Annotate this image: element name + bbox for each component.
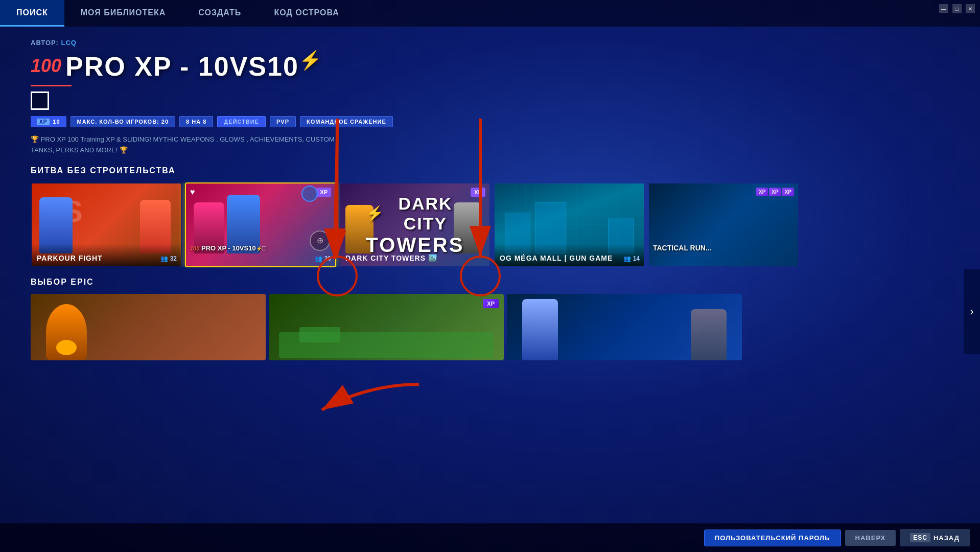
epic-card-2-xp-badge: XP — [483, 299, 499, 308]
section-epic-title: ВЫБОР EPIC — [31, 278, 949, 287]
author-name: LCQ — [61, 39, 76, 47]
epic-card-1-bg — [31, 294, 266, 360]
epic-card-3[interactable] — [507, 294, 742, 360]
xp-value: 10 — [53, 119, 60, 125]
epic-card-1[interactable] — [31, 294, 266, 360]
maximize-button[interactable]: □ — [952, 4, 962, 13]
top-button[interactable]: НАВЕРХ — [845, 530, 896, 546]
card-parkour-label: PARKOUR FIGHT — [32, 244, 181, 266]
scroll-right-button[interactable]: › — [964, 269, 980, 354]
esc-key: ESC — [910, 533, 930, 542]
password-button[interactable]: ПОЛЬЗОВАТЕЛЬСКИЙ ПАРОЛЬ — [704, 530, 841, 546]
nav-search[interactable]: ПОИСК — [0, 0, 64, 27]
game-description: 🏆 PRO XP 100 Training XP & SLIDING! MYTH… — [31, 134, 337, 156]
game-title-row: 100 PRO XP - 10VS10⚡ — [31, 50, 949, 82]
tags-row: XP 10 МАКС. КОЛ-ВО ИГРОКОВ: 20 8 НА 8 ДЕ… — [31, 116, 949, 127]
window-controls: — □ ✕ — [939, 4, 975, 13]
card-proxp-players: 👥 20 — [315, 255, 331, 262]
nav-library[interactable]: МОЯ БИБЛИОТЕКА — [64, 0, 182, 27]
epic-cards-row: XP — [31, 294, 949, 360]
bottom-toolbar: ПОЛЬЗОВАТЕЛЬСКИЙ ПАРОЛЬ НАВЕРХ ESC НАЗАД — [0, 523, 980, 552]
title-badge: 100 — [31, 55, 61, 77]
author-line: АВТОР: LCQ — [31, 39, 949, 47]
card-og-mega-mall[interactable]: OG MÉGA MALL | GUN GAME 👥 14 — [494, 182, 645, 267]
epic-card-2[interactable]: XP — [269, 294, 504, 360]
card-megamall-players: 👥 14 — [623, 255, 640, 262]
card-proxp-title: 100 PRO XP - 10VS10⚡□ — [190, 244, 266, 252]
tag-team-size[interactable]: 8 НА 8 — [179, 116, 213, 127]
epic-card-2-bg: XP — [269, 294, 504, 360]
title-icon — [31, 91, 49, 110]
tag-xp[interactable]: XP 10 — [31, 116, 66, 127]
card-proxp-heart: ♥ — [190, 188, 195, 197]
card-darkcity-xp-badge: XP — [471, 188, 485, 197]
close-button[interactable]: ✕ — [966, 4, 975, 13]
minimize-button[interactable]: — — [939, 4, 948, 13]
card-tactical-run[interactable]: XP XP XP TACTICAL RUN... — [648, 182, 799, 267]
card-darkcity-bottom: DARK CITY TOWERS 🏙️ — [340, 244, 489, 266]
xp-label: XP — [37, 119, 50, 125]
card-pro-xp[interactable]: ♥ XP ⊕ 100 PRO XP - 10VS10⚡□ 👥 20 — [185, 182, 336, 267]
card-tactical-title: TACTICAL RUN... — [653, 244, 794, 252]
main-content: АВТОР: LCQ 100 PRO XP - 10VS10⚡ XP 10 МА… — [0, 27, 980, 552]
nav-island-code[interactable]: КОД ОСТРОВА — [258, 0, 355, 27]
epic-card-3-bg — [507, 294, 742, 360]
tag-pvp[interactable]: PVP — [270, 116, 296, 127]
card-parkour-players: 👥 32 — [160, 255, 177, 262]
back-label: НАЗАД — [934, 534, 960, 542]
nav-create[interactable]: СОЗДАТЬ — [182, 0, 258, 27]
card-dark-city[interactable]: XP ⚡ DARK CITY TOWERS DARK CITY TOWERS 🏙… — [339, 182, 491, 267]
tag-team-battle[interactable]: КОМАНДНОЕ СРАЖЕНИЕ — [300, 116, 393, 127]
epic-section: ВЫБОР EPIC XP — [31, 278, 949, 360]
tactical-xp-stars: XP XP XP — [756, 188, 794, 196]
back-button[interactable]: ESC НАЗАД — [900, 529, 970, 546]
section-battle-title: БИТВА БЕЗ СТРОИТЕЛЬСТВА — [31, 166, 949, 175]
title-underline — [31, 85, 72, 86]
top-navigation: ПОИСК МОЯ БИБЛИОТЕКА СОЗДАТЬ КОД ОСТРОВА — [0, 0, 980, 27]
card-megamall-label: OG MÉGA MALL | GUN GAME — [495, 244, 644, 266]
tag-action[interactable]: ДЕЙСТВИЕ — [217, 116, 266, 127]
title-main: PRO XP - 10VS10⚡ — [65, 50, 323, 82]
card-proxp-xp-badge: XP — [316, 188, 331, 197]
tag-max-players[interactable]: МАКС. КОЛ-ВО ИГРОКОВ: 20 — [71, 116, 175, 127]
battle-cards-row: VS PARKOUR FIGHT 👥 32 ♥ XP — [31, 182, 949, 267]
card-parkour-fight[interactable]: VS PARKOUR FIGHT 👥 32 — [31, 182, 182, 267]
